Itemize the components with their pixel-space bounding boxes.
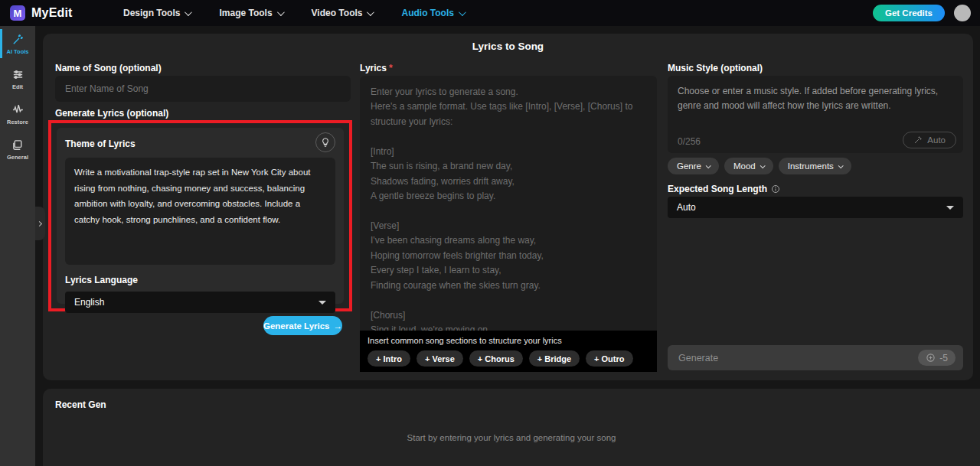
chevron-down-icon bbox=[760, 163, 765, 168]
theme-of-lyrics-textarea[interactable]: Write a motivational trap-style rap set … bbox=[65, 158, 335, 265]
mood-chip[interactable]: Mood bbox=[724, 158, 773, 174]
required-asterisk: * bbox=[389, 63, 393, 73]
song-length-select[interactable]: Auto bbox=[668, 197, 963, 218]
top-navbar: M MyEdit Design Tools Image Tools Video … bbox=[0, 0, 980, 26]
song-length-label-text: Expected Song Length bbox=[668, 184, 767, 194]
credit-coin-icon bbox=[926, 353, 936, 363]
generate-song-button-label: Generate bbox=[678, 353, 718, 363]
song-length-value: Auto bbox=[677, 202, 696, 213]
auto-style-button-label: Auto bbox=[927, 135, 946, 145]
lyrics-label: Lyrics* bbox=[360, 63, 393, 73]
chevron-down-icon bbox=[367, 8, 374, 16]
menu-design-tools-label: Design Tools bbox=[123, 8, 180, 18]
left-sidebar: AI Tools Edit Restore General bbox=[0, 26, 35, 466]
sidebar-item-ai-tools[interactable]: AI Tools bbox=[0, 26, 35, 61]
menu-design-tools[interactable]: Design Tools bbox=[123, 8, 190, 18]
user-avatar[interactable] bbox=[954, 5, 971, 21]
lyrics-language-label: Lyrics Language bbox=[65, 275, 335, 285]
music-style-input[interactable]: Choose or enter a music style. If added … bbox=[668, 76, 963, 153]
genre-chip-label: Genre bbox=[677, 161, 701, 171]
caret-down-icon bbox=[946, 206, 954, 210]
music-style-label: Music Style (optional) bbox=[668, 63, 763, 73]
menu-audio-tools-label: Audio Tools bbox=[401, 8, 453, 18]
magic-wand-icon bbox=[11, 33, 24, 46]
chevron-down-icon bbox=[277, 8, 285, 16]
chevron-down-icon bbox=[706, 163, 711, 168]
lyrics-language-select[interactable]: English bbox=[65, 292, 335, 313]
recent-gen-empty-state: Start by entering your lyrics and genera… bbox=[43, 433, 980, 442]
style-chips: Genre Mood Instruments bbox=[668, 158, 851, 174]
song-length-label: Expected Song Length bbox=[668, 184, 780, 196]
credit-cost-badge: -5 bbox=[918, 350, 956, 366]
suggest-theme-button[interactable] bbox=[315, 132, 335, 152]
recent-gen-panel: Recent Gen Start by entering your lyrics… bbox=[43, 389, 980, 466]
recent-gen-title: Recent Gen bbox=[43, 389, 980, 410]
menu-video-tools[interactable]: Video Tools bbox=[312, 8, 373, 18]
auto-style-button[interactable]: Auto bbox=[903, 132, 956, 148]
highlight-red-box: Theme of Lyrics Write a motivational tra… bbox=[48, 120, 352, 311]
sidebar-item-label: General bbox=[7, 154, 28, 161]
sliders-icon bbox=[11, 68, 24, 81]
chevron-down-icon bbox=[459, 8, 466, 16]
lyrics-textarea[interactable] bbox=[360, 76, 657, 331]
sections-hint: Insert common song sections to structure… bbox=[368, 336, 649, 345]
myedit-logo-icon: M bbox=[10, 5, 25, 21]
sidebar-item-label: Restore bbox=[7, 119, 28, 125]
page-title: Lyrics to Song bbox=[43, 41, 973, 52]
chevron-right-icon bbox=[37, 220, 42, 226]
nav-menus: Design Tools Image Tools Video Tools Aud… bbox=[123, 8, 464, 18]
sidebar-item-general[interactable]: General bbox=[0, 132, 35, 167]
generate-song-button[interactable]: Generate -5 bbox=[668, 345, 963, 370]
lyrics-label-text: Lyrics bbox=[360, 63, 387, 73]
arrow-right-icon: → bbox=[334, 321, 343, 331]
song-name-input[interactable] bbox=[55, 76, 351, 102]
generate-lyrics-section-label: Generate Lyrics (optional) bbox=[55, 108, 168, 119]
add-chorus-button[interactable]: + Chorus bbox=[469, 350, 523, 367]
caret-down-icon bbox=[318, 301, 326, 305]
lyrics-to-song-panel: Lyrics to Song Name of Song (optional) G… bbox=[43, 34, 973, 380]
chevron-down-icon bbox=[185, 8, 192, 16]
instruments-chip-label: Instruments bbox=[788, 161, 834, 171]
song-name-label: Name of Song (optional) bbox=[55, 63, 162, 73]
sidebar-expand-handle[interactable] bbox=[35, 207, 45, 240]
add-outro-button[interactable]: + Outro bbox=[586, 350, 632, 367]
menu-image-tools[interactable]: Image Tools bbox=[219, 8, 282, 18]
generate-lyrics-button-label: Generate Lyrics bbox=[263, 321, 330, 331]
genre-chip[interactable]: Genre bbox=[668, 158, 719, 174]
lightbulb-idea-icon bbox=[320, 137, 331, 148]
brand[interactable]: M MyEdit bbox=[10, 5, 102, 21]
brand-name: MyEdit bbox=[31, 6, 73, 20]
add-verse-button[interactable]: + Verse bbox=[416, 350, 463, 367]
add-bridge-button[interactable]: + Bridge bbox=[529, 350, 580, 367]
instruments-chip[interactable]: Instruments bbox=[779, 158, 851, 174]
navbar-right: Get Credits bbox=[873, 5, 971, 21]
sidebar-item-restore[interactable]: Restore bbox=[0, 96, 35, 132]
menu-image-tools-label: Image Tools bbox=[219, 8, 272, 18]
char-counter: 0/256 bbox=[678, 136, 701, 147]
mood-chip-label: Mood bbox=[733, 161, 756, 171]
menu-video-tools-label: Video Tools bbox=[312, 8, 363, 18]
theme-of-lyrics-label: Theme of Lyrics bbox=[65, 138, 136, 149]
layers-icon bbox=[11, 138, 24, 152]
chevron-down-icon bbox=[838, 163, 843, 168]
credit-cost-value: -5 bbox=[939, 353, 948, 363]
generate-lyrics-button[interactable]: Generate Lyrics → bbox=[263, 316, 342, 335]
info-icon[interactable] bbox=[771, 184, 780, 196]
sidebar-item-label: Edit bbox=[12, 83, 23, 90]
menu-audio-tools[interactable]: Audio Tools bbox=[401, 8, 463, 18]
lyrics-language-value: English bbox=[74, 297, 104, 308]
add-intro-button[interactable]: + Intro bbox=[368, 350, 410, 367]
theme-of-lyrics-panel: Theme of Lyrics Write a motivational tra… bbox=[57, 128, 344, 304]
song-sections-bar: Insert common song sections to structure… bbox=[360, 331, 657, 372]
get-credits-button[interactable]: Get Credits bbox=[873, 5, 945, 21]
music-style-placeholder: Choose or enter a music style. If added … bbox=[668, 76, 963, 113]
sidebar-item-edit[interactable]: Edit bbox=[0, 61, 35, 96]
magic-wand-icon bbox=[913, 135, 923, 145]
waveform-icon bbox=[11, 103, 24, 116]
sidebar-item-label: AI Tools bbox=[6, 48, 28, 55]
